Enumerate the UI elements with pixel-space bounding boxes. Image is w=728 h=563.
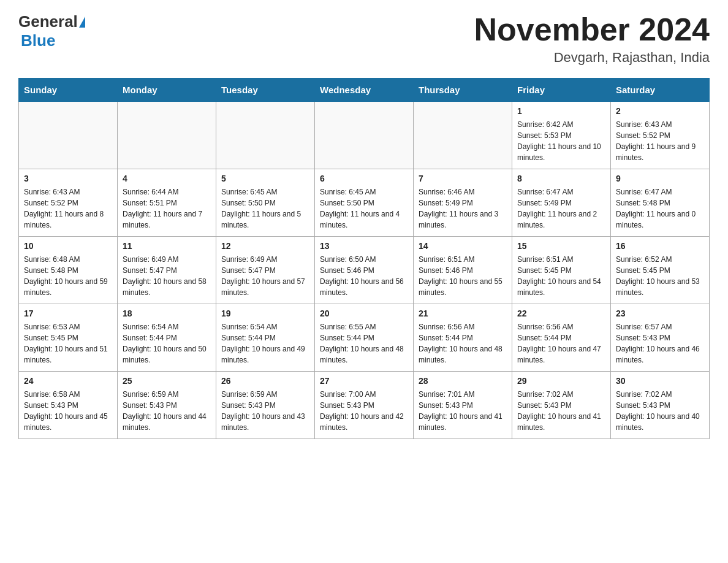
day-number: 21 — [419, 308, 507, 320]
logo-blue-label: Blue — [21, 31, 55, 50]
day-number: 14 — [419, 240, 507, 253]
day-info: Sunrise: 6:55 AM Sunset: 5:44 PM Dayligh… — [320, 321, 408, 366]
day-info: Sunrise: 7:02 AM Sunset: 5:43 PM Dayligh… — [616, 389, 704, 433]
day-info: Sunrise: 6:56 AM Sunset: 5:44 PM Dayligh… — [517, 321, 605, 366]
day-number: 5 — [221, 173, 309, 185]
logo-general-text: General — [18, 12, 78, 31]
weekday-header-thursday: Thursday — [414, 79, 512, 102]
day-number: 2 — [616, 105, 704, 118]
calendar-cell: 9Sunrise: 6:47 AM Sunset: 5:48 PM Daylig… — [611, 169, 710, 237]
day-info: Sunrise: 6:49 AM Sunset: 5:47 PM Dayligh… — [123, 254, 211, 298]
day-number: 11 — [123, 240, 211, 253]
day-number: 20 — [320, 308, 408, 320]
calendar-cell: 23Sunrise: 6:57 AM Sunset: 5:43 PM Dayli… — [611, 304, 710, 372]
calendar-cell: 15Sunrise: 6:51 AM Sunset: 5:45 PM Dayli… — [512, 237, 611, 304]
weekday-header-tuesday: Tuesday — [216, 79, 315, 102]
calendar-cell: 30Sunrise: 7:02 AM Sunset: 5:43 PM Dayli… — [611, 372, 710, 439]
day-info: Sunrise: 6:54 AM Sunset: 5:44 PM Dayligh… — [123, 321, 211, 366]
calendar-cell: 3Sunrise: 6:43 AM Sunset: 5:52 PM Daylig… — [19, 169, 118, 237]
week-row-4: 17Sunrise: 6:53 AM Sunset: 5:45 PM Dayli… — [19, 304, 710, 372]
day-number: 25 — [123, 375, 211, 388]
day-info: Sunrise: 6:57 AM Sunset: 5:43 PM Dayligh… — [616, 321, 704, 366]
day-number: 8 — [517, 173, 605, 185]
calendar-cell: 13Sunrise: 6:50 AM Sunset: 5:46 PM Dayli… — [315, 237, 414, 304]
calendar-cell: 11Sunrise: 6:49 AM Sunset: 5:47 PM Dayli… — [118, 237, 216, 304]
calendar-cell: 6Sunrise: 6:45 AM Sunset: 5:50 PM Daylig… — [315, 169, 414, 237]
day-number: 10 — [24, 240, 112, 253]
logo-area: General Blue — [18, 12, 86, 50]
weekday-header-saturday: Saturday — [611, 79, 710, 102]
weekday-header-row: SundayMondayTuesdayWednesdayThursdayFrid… — [19, 79, 710, 102]
weekday-header-sunday: Sunday — [19, 79, 118, 102]
calendar-cell: 19Sunrise: 6:54 AM Sunset: 5:44 PM Dayli… — [216, 304, 315, 372]
calendar-cell: 29Sunrise: 7:02 AM Sunset: 5:43 PM Dayli… — [512, 372, 611, 439]
day-info: Sunrise: 6:43 AM Sunset: 5:52 PM Dayligh… — [24, 186, 112, 231]
day-number: 24 — [24, 375, 112, 388]
day-info: Sunrise: 6:59 AM Sunset: 5:43 PM Dayligh… — [123, 389, 211, 433]
day-number: 7 — [419, 173, 507, 185]
day-number: 18 — [123, 308, 211, 320]
day-number: 12 — [221, 240, 309, 253]
calendar-cell — [216, 102, 315, 169]
calendar-cell — [19, 102, 118, 169]
calendar-cell: 28Sunrise: 7:01 AM Sunset: 5:43 PM Dayli… — [414, 372, 512, 439]
calendar-cell: 17Sunrise: 6:53 AM Sunset: 5:45 PM Dayli… — [19, 304, 118, 372]
day-info: Sunrise: 6:46 AM Sunset: 5:49 PM Dayligh… — [419, 186, 507, 231]
day-number: 9 — [616, 173, 704, 185]
day-info: Sunrise: 6:45 AM Sunset: 5:50 PM Dayligh… — [221, 186, 309, 231]
calendar-cell: 8Sunrise: 6:47 AM Sunset: 5:49 PM Daylig… — [512, 169, 611, 237]
day-number: 23 — [616, 308, 704, 320]
calendar-cell: 20Sunrise: 6:55 AM Sunset: 5:44 PM Dayli… — [315, 304, 414, 372]
calendar-cell: 25Sunrise: 6:59 AM Sunset: 5:43 PM Dayli… — [118, 372, 216, 439]
calendar-cell: 24Sunrise: 6:58 AM Sunset: 5:43 PM Dayli… — [19, 372, 118, 439]
calendar-cell: 10Sunrise: 6:48 AM Sunset: 5:48 PM Dayli… — [19, 237, 118, 304]
day-info: Sunrise: 7:02 AM Sunset: 5:43 PM Dayligh… — [517, 389, 605, 433]
calendar-cell: 5Sunrise: 6:45 AM Sunset: 5:50 PM Daylig… — [216, 169, 315, 237]
logo-blue-text: Blue — [21, 31, 55, 50]
calendar-cell: 14Sunrise: 6:51 AM Sunset: 5:46 PM Dayli… — [414, 237, 512, 304]
day-info: Sunrise: 6:49 AM Sunset: 5:47 PM Dayligh… — [221, 254, 309, 298]
location-title: Devgarh, Rajasthan, India — [474, 50, 710, 66]
week-row-2: 3Sunrise: 6:43 AM Sunset: 5:52 PM Daylig… — [19, 169, 710, 237]
calendar-cell: 27Sunrise: 7:00 AM Sunset: 5:43 PM Dayli… — [315, 372, 414, 439]
calendar-cell: 4Sunrise: 6:44 AM Sunset: 5:51 PM Daylig… — [118, 169, 216, 237]
day-info: Sunrise: 6:47 AM Sunset: 5:49 PM Dayligh… — [517, 186, 605, 231]
logo-triangle-icon — [79, 17, 85, 28]
day-number: 16 — [616, 240, 704, 253]
day-number: 29 — [517, 375, 605, 388]
day-info: Sunrise: 6:42 AM Sunset: 5:53 PM Dayligh… — [517, 119, 605, 163]
day-info: Sunrise: 7:00 AM Sunset: 5:43 PM Dayligh… — [320, 389, 408, 433]
calendar-cell: 26Sunrise: 6:59 AM Sunset: 5:43 PM Dayli… — [216, 372, 315, 439]
day-info: Sunrise: 6:47 AM Sunset: 5:48 PM Dayligh… — [616, 186, 704, 231]
calendar-cell: 7Sunrise: 6:46 AM Sunset: 5:49 PM Daylig… — [414, 169, 512, 237]
week-row-1: 1Sunrise: 6:42 AM Sunset: 5:53 PM Daylig… — [19, 102, 710, 169]
day-number: 17 — [24, 308, 112, 320]
calendar-cell — [315, 102, 414, 169]
calendar-cell: 2Sunrise: 6:43 AM Sunset: 5:52 PM Daylig… — [611, 102, 710, 169]
calendar-cell: 12Sunrise: 6:49 AM Sunset: 5:47 PM Dayli… — [216, 237, 315, 304]
day-info: Sunrise: 6:54 AM Sunset: 5:44 PM Dayligh… — [221, 321, 309, 366]
day-info: Sunrise: 6:53 AM Sunset: 5:45 PM Dayligh… — [24, 321, 112, 366]
day-number: 28 — [419, 375, 507, 388]
day-info: Sunrise: 6:51 AM Sunset: 5:45 PM Dayligh… — [517, 254, 605, 298]
calendar-cell — [414, 102, 512, 169]
week-row-5: 24Sunrise: 6:58 AM Sunset: 5:43 PM Dayli… — [19, 372, 710, 439]
day-number: 13 — [320, 240, 408, 253]
day-info: Sunrise: 6:51 AM Sunset: 5:46 PM Dayligh… — [419, 254, 507, 298]
day-number: 27 — [320, 375, 408, 388]
day-number: 15 — [517, 240, 605, 253]
calendar-cell: 18Sunrise: 6:54 AM Sunset: 5:44 PM Dayli… — [118, 304, 216, 372]
logo: General — [18, 12, 86, 31]
day-number: 26 — [221, 375, 309, 388]
day-number: 6 — [320, 173, 408, 185]
day-info: Sunrise: 7:01 AM Sunset: 5:43 PM Dayligh… — [419, 389, 507, 433]
day-info: Sunrise: 6:59 AM Sunset: 5:43 PM Dayligh… — [221, 389, 309, 433]
calendar-cell: 22Sunrise: 6:56 AM Sunset: 5:44 PM Dayli… — [512, 304, 611, 372]
day-info: Sunrise: 6:45 AM Sunset: 5:50 PM Dayligh… — [320, 186, 408, 231]
weekday-header-wednesday: Wednesday — [315, 79, 414, 102]
day-number: 30 — [616, 375, 704, 388]
day-info: Sunrise: 6:50 AM Sunset: 5:46 PM Dayligh… — [320, 254, 408, 298]
weekday-header-friday: Friday — [512, 79, 611, 102]
day-info: Sunrise: 6:44 AM Sunset: 5:51 PM Dayligh… — [123, 186, 211, 231]
week-row-3: 10Sunrise: 6:48 AM Sunset: 5:48 PM Dayli… — [19, 237, 710, 304]
